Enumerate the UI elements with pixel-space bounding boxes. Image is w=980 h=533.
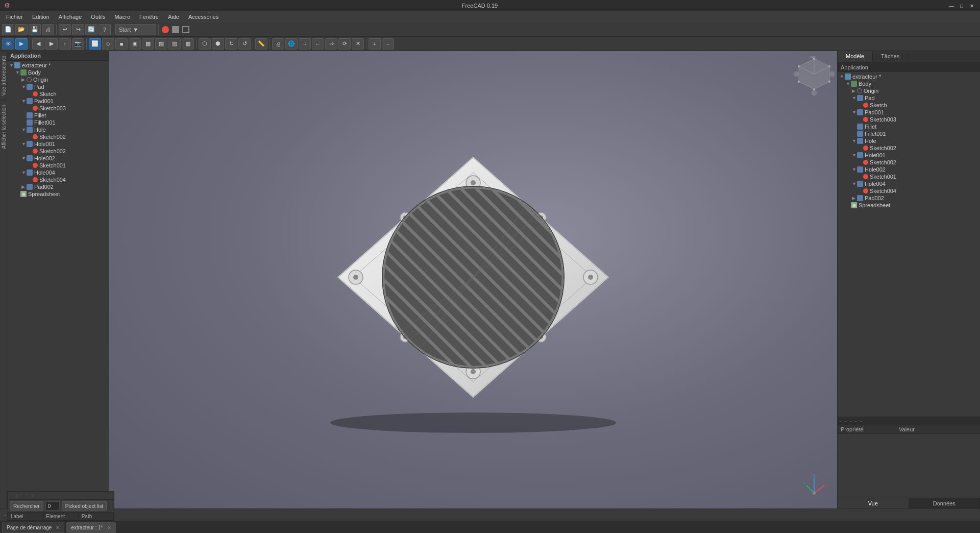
forward-btn[interactable]: ▶ (45, 38, 58, 50)
left-tree-item[interactable]: Sketch001 (7, 162, 109, 169)
statusbar-tab-extracteur[interactable]: extracteur : 1* ✕ (66, 522, 115, 533)
right-btn[interactable]: ▦ (142, 38, 154, 50)
right-tree-item[interactable]: Sketch004 (838, 187, 980, 195)
save-button[interactable]: 💾 (29, 24, 41, 35)
record-button[interactable] (162, 26, 169, 33)
left-tree-item[interactable]: Fillet (7, 112, 109, 119)
back-btn[interactable]: ◀ (32, 38, 44, 50)
arrow-right-btn[interactable]: → (299, 38, 311, 50)
maximize-button[interactable]: □ (958, 2, 966, 10)
search-count-input[interactable] (45, 501, 60, 511)
measure-btn[interactable]: 📏 (255, 38, 267, 50)
picked-object-list-button[interactable]: Picked object list (62, 501, 107, 511)
menubar-item-outils[interactable]: Outils (87, 13, 109, 21)
menubar-item-accessories[interactable]: Accessories (184, 13, 223, 21)
undo-button[interactable]: ↩ (59, 24, 71, 35)
right-tree-item[interactable]: ⊞ Spreadsheet (838, 202, 980, 209)
left-tree-item[interactable]: ▼ Hole (7, 126, 109, 133)
stop2-btn[interactable]: ✕ (352, 38, 364, 50)
help-button[interactable]: ? (99, 24, 111, 35)
right-tree-item[interactable]: ▼ Hole004 (838, 180, 980, 187)
left-tree-item[interactable]: Sketch004 (7, 176, 109, 183)
globe-btn[interactable]: 🌐 (285, 38, 298, 50)
iso-btn[interactable]: ◇ (102, 38, 114, 50)
refresh-button[interactable]: 🔄 (85, 24, 97, 35)
right-tree-item[interactable]: ▼ extracteur * (838, 73, 980, 80)
left-tree-item[interactable]: ▼ Hole004 (7, 169, 109, 176)
camera-btn[interactable]: 📷 (72, 38, 84, 50)
wire-btn[interactable]: ⬡ (199, 38, 211, 50)
side-tab-arborescente[interactable]: Vue arborescente (0, 51, 7, 100)
right-tree-item[interactable]: ▼ Hole (838, 137, 980, 144)
top-btn[interactable]: ▣ (129, 38, 141, 50)
left-tree-item[interactable]: Sketch003 (7, 105, 109, 112)
right-tree-item[interactable]: Sketch (838, 102, 980, 109)
minus-btn[interactable]: − (382, 38, 394, 50)
search-col-path[interactable]: Path (79, 513, 114, 520)
menubar-item-fenêtre[interactable]: Fenêtre (135, 13, 163, 21)
side-tab-selection[interactable]: Afficher la sélection (0, 100, 7, 153)
viewport-3d[interactable]: Top (109, 51, 837, 508)
right-tree-item[interactable]: Sketch002 (838, 144, 980, 152)
right-tree-item[interactable]: ▶ Pad002 (838, 195, 980, 202)
bottom-tab-vue[interactable]: Vue (838, 498, 909, 508)
right-tree-item[interactable]: ▼ Pad001 (838, 109, 980, 116)
right-tree-item[interactable]: ▼ Pad (838, 94, 980, 102)
right-tree-item[interactable]: ▶ Origin (838, 87, 980, 94)
rotate2-btn[interactable]: ↺ (238, 38, 251, 50)
left-tree-item[interactable]: ▼ Body (7, 69, 109, 76)
left-tree-item[interactable]: ▼ Pad (7, 83, 109, 90)
open-button[interactable]: 📂 (15, 24, 28, 35)
back2-btn[interactable]: ▩ (182, 38, 194, 50)
menubar-item-aide[interactable]: Aide (164, 13, 183, 21)
arrow-right2-btn[interactable]: ⇒ (325, 38, 337, 50)
bottom-btn[interactable]: ▨ (168, 38, 181, 50)
stop-button[interactable] (182, 26, 189, 33)
print-button[interactable]: 🖨 (42, 24, 54, 35)
bottom-tab-donnees[interactable]: Données (909, 498, 981, 508)
statusbar-tab-demarrage[interactable]: Page de démarrage ✕ (2, 522, 64, 533)
tab-modele[interactable]: Modèle (838, 51, 873, 62)
right-tree-item[interactable]: Sketch003 (838, 116, 980, 123)
view3d-btn[interactable]: 👁 (2, 38, 14, 50)
search-col-element[interactable]: Element (43, 513, 78, 520)
pause-button[interactable] (172, 26, 179, 33)
left-tree-item[interactable]: ▶ Origin (7, 76, 109, 83)
print2-btn[interactable]: 🖨 (272, 38, 284, 50)
nav-cube[interactable]: Top (791, 56, 837, 102)
menubar-item-edition[interactable]: Edition (28, 13, 54, 21)
rotate-btn[interactable]: ↻ (225, 38, 237, 50)
left-btn[interactable]: ▧ (155, 38, 167, 50)
right-tree-item[interactable]: ▼ Body (838, 80, 980, 87)
menubar-item-fichier[interactable]: Fichier (2, 13, 27, 21)
tab-taches[interactable]: Tâches (873, 51, 908, 62)
left-tree-item[interactable]: Sketch (7, 90, 109, 98)
statusbar-tab-demarrage-close[interactable]: ✕ (56, 525, 60, 530)
left-tree-item[interactable]: Sketch002 (7, 133, 109, 140)
up-btn[interactable]: ↑ (59, 38, 71, 50)
redo-button[interactable]: ↪ (72, 24, 84, 35)
left-tree-item[interactable]: ⊞ Spreadsheet (7, 190, 109, 198)
search-col-label[interactable]: Label (8, 513, 43, 520)
left-tree-item[interactable]: ▼ Hole001 (7, 140, 109, 148)
minimize-button[interactable]: — (947, 2, 955, 10)
select-btn[interactable]: ▶ (15, 38, 28, 50)
left-tree-item[interactable]: ▼ Hole002 (7, 155, 109, 162)
left-tree-item[interactable]: ▼ Pad001 (7, 98, 109, 105)
workbench-dropdown[interactable]: Start ▼ (115, 24, 156, 35)
left-tree-item[interactable]: ▼ extracteur * (7, 62, 109, 69)
right-tree-item[interactable]: ▼ Hole002 (838, 166, 980, 173)
arrow-left-btn[interactable]: ← (312, 38, 324, 50)
right-tree-item[interactable]: Sketch001 (838, 173, 980, 180)
left-tree-item[interactable]: Sketch002 (7, 148, 109, 155)
close-button[interactable]: ✕ (968, 2, 976, 10)
right-tree-item[interactable]: Fillet001 (838, 130, 980, 137)
shade-btn[interactable]: ⬢ (212, 38, 224, 50)
rechercher-button[interactable]: Rechercher (10, 501, 43, 511)
refresh2-btn[interactable]: ⟳ (338, 38, 351, 50)
right-tree-item[interactable]: Sketch002 (838, 159, 980, 166)
statusbar-tab-extracteur-close[interactable]: ✕ (107, 525, 111, 530)
new-button[interactable]: 📄 (2, 24, 14, 35)
left-tree-item[interactable]: ▶ Pad002 (7, 183, 109, 190)
menubar-item-macro[interactable]: Macro (110, 13, 134, 21)
